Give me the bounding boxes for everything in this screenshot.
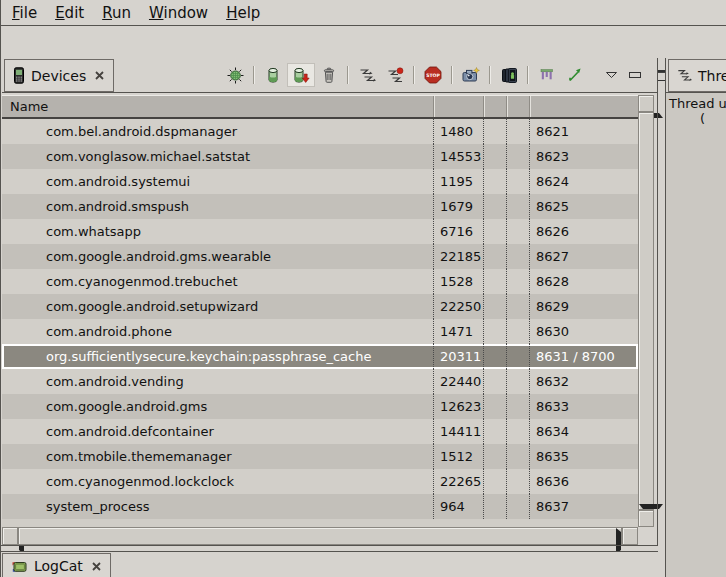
process-row[interactable]: com.google.android.gms.wearable 22185 86… [2,244,638,269]
scroll-left-icon[interactable] [2,527,18,545]
process-pid: 22440 [433,369,483,394]
dump-hprof-icon[interactable] [287,63,315,87]
update-heap-icon[interactable] [259,63,287,87]
process-row[interactable]: com.google.android.setupwizard 22250 862… [2,294,638,319]
process-pid: 22185 [433,244,483,269]
process-pid: 14553 [433,144,483,169]
process-name: com.whatsapp [2,219,433,244]
start-method-profiling-icon[interactable] [381,63,409,87]
process-blank-cell [483,269,506,294]
process-debug-port: 8626 [529,219,638,244]
process-blank-cell [506,119,529,144]
process-debug-port: 8636 [529,469,638,494]
process-blank-cell [483,219,506,244]
threads-message: Thread up ( [666,93,726,126]
phone-icon [13,67,25,84]
process-name: com.google.android.setupwizard [2,294,433,319]
process-blank-cell [483,169,506,194]
process-row[interactable]: com.vonglasow.michael.satstat 14553 8623 [2,144,638,169]
process-row[interactable]: com.bel.android.dspmanager 1480 8621 [2,119,638,144]
scroll-right-icon[interactable] [622,527,638,545]
tab-devices[interactable]: Devices [4,59,114,92]
horizontal-scrollbar[interactable] [2,527,638,545]
process-pid: 1471 [433,319,483,344]
process-blank-cell [506,419,529,444]
vertical-scrollbar-thumb[interactable] [638,112,654,510]
process-name: com.tmobile.thememanager [2,444,433,469]
process-debug-port: 8635 [529,444,638,469]
process-blank-cell [483,119,506,144]
process-row[interactable]: com.whatsapp 6716 8626 [2,219,638,244]
process-pid: 22265 [433,469,483,494]
process-name: com.android.systemui [2,169,433,194]
process-pid: 1480 [433,119,483,144]
panel-sash[interactable] [657,58,658,546]
screen-capture-icon[interactable] [457,63,485,87]
toolbar-separator [527,66,529,84]
process-pid: 22250 [433,294,483,319]
process-row[interactable]: com.android.phone 1471 8630 [2,319,638,344]
capture-device-screens-icon[interactable] [495,63,523,87]
toolbar-separator [253,66,255,84]
column-header-blank2[interactable] [506,96,529,117]
process-row[interactable]: com.android.smspush 1679 8625 [2,194,638,219]
process-blank-cell [506,369,529,394]
threads-message-line1: Thread up [666,93,726,111]
close-icon[interactable] [94,70,105,81]
process-row[interactable]: com.tmobile.thememanager 1512 8635 [2,444,638,469]
process-row[interactable]: com.cyanogenmod.trebuchet 1528 8628 [2,269,638,294]
horizontal-scrollbar-thumb[interactable] [18,527,622,545]
process-name: com.cyanogenmod.trebuchet [2,269,433,294]
debug-process-icon[interactable] [221,63,249,87]
toolbar-separator [413,66,415,84]
start-opengl-trace-icon[interactable] [561,63,589,87]
vertical-scrollbar[interactable] [638,95,654,527]
view-menu-icon[interactable] [601,64,621,86]
stop-process-icon[interactable]: STOP [419,63,447,87]
menu-window[interactable]: Window [140,2,217,24]
close-icon[interactable] [91,561,102,572]
minimize-icon[interactable] [625,64,645,86]
process-row[interactable]: com.cyanogenmod.lockclock 22265 8636 [2,469,638,494]
scroll-down-icon[interactable] [638,510,654,527]
column-header-pid[interactable] [433,96,483,117]
process-blank-cell [483,394,506,419]
cause-gc-icon[interactable] [315,63,343,87]
column-header-blank1[interactable] [483,96,506,117]
process-blank-cell [483,469,506,494]
update-threads-icon[interactable] [353,63,381,87]
toolbar-separator [451,66,453,84]
logcat-tab-label: LogCat [34,558,83,574]
scroll-up-icon[interactable] [638,95,654,112]
process-row[interactable]: com.google.android.gms 12623 8633 [2,394,638,419]
process-row[interactable]: com.android.defcontainer 14411 8634 [2,419,638,444]
device-table-header: Name [2,95,638,119]
process-name: org.sufficientlysecure.keychain:passphra… [2,344,433,369]
scrollbar-corner [638,527,654,545]
process-blank-cell [506,469,529,494]
process-pid: 12623 [433,394,483,419]
menu-run[interactable]: Run [93,2,140,24]
process-blank-cell [506,444,529,469]
tab-threads[interactable]: Threads [668,59,726,92]
process-row[interactable]: com.android.systemui 1195 8624 [2,169,638,194]
process-blank-cell [506,294,529,319]
menu-edit[interactable]: Edit [46,2,93,24]
column-header-name[interactable]: Name [2,96,433,117]
process-row[interactable]: system_process 964 8637 [2,494,638,519]
process-name: com.android.smspush [2,194,433,219]
process-row[interactable]: org.sufficientlysecure.keychain:passphra… [2,344,638,369]
process-blank-cell [483,369,506,394]
process-pid: 20311 [433,344,483,369]
logcat-tab-bar: LogCat [1,551,658,577]
process-debug-port: 8634 [529,419,638,444]
menu-file[interactable]: File [3,2,46,24]
capture-system-trace-icon[interactable] [533,63,561,87]
tab-logcat[interactable]: LogCat [2,553,111,577]
menu-help[interactable]: Help [217,2,269,24]
process-blank-cell [506,344,529,369]
process-row[interactable]: com.android.vending 22440 8632 [2,369,638,394]
process-name: com.vonglasow.michael.satstat [2,144,433,169]
menu-bar: File Edit Run Window Help [1,0,726,26]
column-header-port[interactable] [529,96,638,117]
